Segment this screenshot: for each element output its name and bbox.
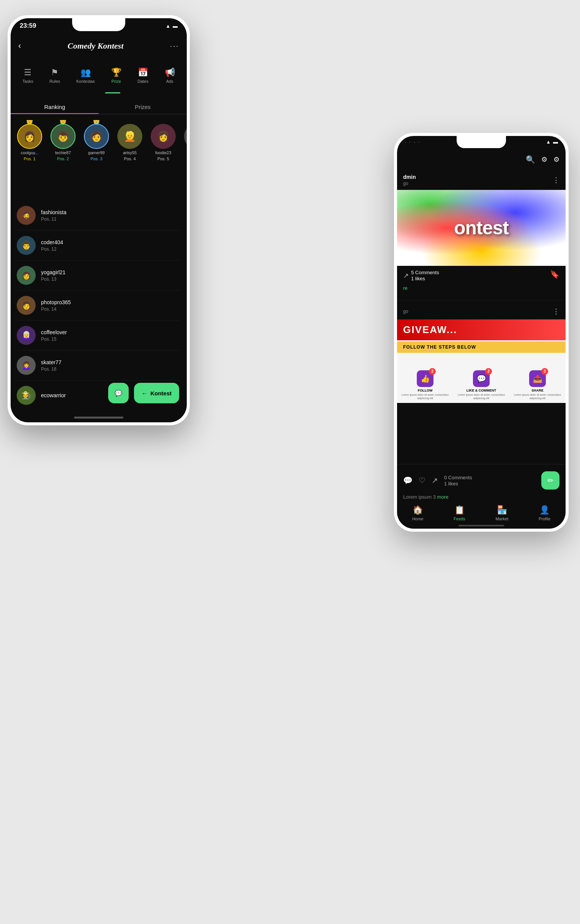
top5-item-4[interactable]: 👱 artsy55 Pos. 4	[115, 124, 145, 161]
avatar-pos-5: Pos. 5	[157, 157, 169, 161]
tasks-icon: ☰	[24, 68, 31, 78]
feeds-nav-label: Feeds	[453, 516, 465, 521]
comment-action-icon[interactable]: 💬	[403, 476, 413, 485]
avatar-name-3: gamer99	[88, 150, 104, 155]
share-stat[interactable]: ↗ 5 Comments 1 likes	[403, 270, 439, 281]
menu-button[interactable]: ···	[170, 42, 179, 50]
avatar-wrap-6: 🧓	[184, 124, 187, 149]
avatar-wrap-5: 👩	[151, 124, 176, 149]
kontestas-label: Kontestas	[76, 79, 95, 84]
nav-rules[interactable]: ⚑ Rules	[49, 68, 60, 84]
nav-market[interactable]: 🏪 Market	[495, 505, 508, 521]
post2-lorem: Lorem ipsum 3 more	[397, 493, 565, 503]
list-name: skater77	[41, 359, 61, 365]
top5-item-5[interactable]: 👩 foodie23 Pos. 5	[148, 124, 178, 161]
nav-tasks[interactable]: ☰ Tasks	[22, 68, 33, 84]
avatar-img-4: 👱	[117, 124, 142, 149]
list-info: yogagirl21 Pos. 13	[41, 269, 66, 282]
share-action-icon[interactable]: ↗	[432, 476, 438, 485]
nav-ind-tasks	[21, 92, 36, 93]
list-item[interactable]: 🧑 photopro365 Pos. 14	[17, 290, 181, 320]
avatar-wrap-1: 👑 👩	[17, 124, 42, 149]
filter-icon[interactable]: ⚙	[541, 155, 547, 164]
compose-button[interactable]: ✏	[541, 471, 560, 490]
dates-icon: 📅	[138, 68, 148, 78]
tab-underline	[11, 113, 99, 114]
avatar-pos-4: Pos. 4	[124, 157, 135, 161]
step1-label: FOLLOW	[418, 388, 433, 392]
post1-footer: ↗ 5 Comments 1 likes 🔖	[397, 266, 565, 285]
post1-banner-text: ontest	[454, 217, 509, 239]
kontest-button[interactable]: ← Kontest	[134, 383, 179, 403]
share-icon: ↗	[403, 272, 409, 280]
post1-stats: ↗ 5 Comments 1 likes	[403, 270, 439, 281]
home-nav-icon: 🏠	[413, 505, 423, 515]
list-item[interactable]: 👩‍🦳 coffeelover Pos. 15	[17, 320, 181, 351]
nav-dates[interactable]: 📅 Dates	[137, 68, 148, 84]
ranking-prizes-tabs: Ranking Prizes	[11, 100, 187, 114]
nav-ads[interactable]: 📢 Ads	[165, 68, 175, 84]
step3-icon-wrap: 📤 3	[529, 370, 546, 387]
nav-ind-kontestas	[77, 92, 92, 93]
list-item[interactable]: 🧔 fashionista Pos. 11	[17, 201, 181, 231]
list-item[interactable]: 👨 coder404 Pos. 12	[17, 231, 181, 261]
bottom-buttons: 💬 ← Kontest	[11, 383, 187, 403]
nav-profile[interactable]: 👤 Profile	[539, 505, 550, 521]
home-indicator	[74, 417, 124, 419]
phone1-time: 23:59	[20, 22, 36, 30]
settings-icon[interactable]: ⚙	[554, 155, 560, 164]
list-info: photopro365 Pos. 14	[41, 299, 71, 312]
nav-home[interactable]: 🏠 Home	[412, 505, 423, 521]
post1-author: dmin	[403, 174, 416, 180]
dates-label: Dates	[137, 79, 148, 84]
list-avatar: 🧔	[17, 206, 36, 225]
lorem-more-link[interactable]: more	[437, 494, 449, 500]
avatar-wrap-3: 👑 🧑	[84, 124, 109, 149]
list-info: coffeelover Pos. 15	[41, 329, 67, 342]
list-item[interactable]: 👩‍🦱 skater77 Pos. 16	[17, 351, 181, 381]
post2-actions: 💬 ♡ ↗ 0 Comments 1 likes ✏	[397, 468, 565, 493]
tasks-label: Tasks	[22, 79, 33, 84]
top5-item-2[interactable]: 👑 👦 techie87 Pos. 2	[48, 124, 78, 161]
step2-desc: Lorem ipsum dolor sit amet, consectetur …	[455, 393, 508, 400]
post2-likes: 1 likes	[444, 481, 472, 487]
avatar-name-1: coolguy...	[21, 150, 38, 155]
phone1-header: ‹ Comedy Kontest ···	[11, 37, 187, 54]
back-button[interactable]: ‹	[18, 41, 21, 51]
heart-action-icon[interactable]: ♡	[419, 476, 425, 485]
top5-item-3[interactable]: 👑 🧑 gamer99 Pos. 3	[81, 124, 112, 161]
more-link[interactable]: re	[403, 285, 408, 291]
likes-count: 1 likes	[411, 276, 439, 281]
nav-prize[interactable]: 🏆 Prize	[111, 68, 122, 84]
top5-item-1[interactable]: 👑 👩 coolguy... Pos. 1	[15, 124, 45, 161]
list-avatar: 🧑	[17, 296, 36, 315]
bookmark-icon[interactable]: 🔖	[550, 270, 560, 279]
giveaway-step-1: 👍 2 FOLLOW Lorem ipsum dolor sit amet, c…	[397, 367, 453, 403]
phone1-nav: ☰ Tasks ⚑ Rules 👥 Kontestas 🏆 Prize 📅 Da…	[11, 68, 187, 84]
post2-menu[interactable]: ⋮	[553, 307, 560, 315]
nav-kontestas[interactable]: 👥 Kontestas	[76, 68, 95, 84]
list-item[interactable]: 👩 yogagirl21 Pos. 13	[17, 261, 181, 290]
list-info: skater77 Pos. 16	[41, 359, 61, 372]
tab-ranking[interactable]: Ranking	[11, 100, 99, 114]
top5-item-6[interactable]: 🧓 trav Po...	[181, 124, 187, 161]
step3-badge: 3	[541, 368, 548, 375]
share-step-icon: 📤	[533, 374, 542, 383]
step3-label: SHARE	[531, 388, 544, 392]
compose-icon: ✏	[547, 476, 554, 485]
search-icon[interactable]: 🔍	[526, 155, 535, 164]
stat-text: 5 Comments 1 likes	[411, 270, 439, 281]
tab-prizes[interactable]: Prizes	[99, 100, 187, 114]
step2-badge: 2	[485, 368, 492, 375]
follow-icon: 👍	[420, 374, 430, 383]
step1-desc: Lorem ipsum dolor sit amet, consectetur …	[399, 393, 452, 400]
post1-menu[interactable]: ⋮	[553, 176, 560, 184]
post1-header: dmin go ⋮	[397, 170, 565, 190]
giveaway-steps: 👍 2 FOLLOW Lorem ipsum dolor sit amet, c…	[397, 367, 565, 403]
avatar-pos-1: Pos. 1	[23, 157, 35, 161]
post1-time: go	[403, 181, 416, 186]
ads-label: Ads	[166, 79, 173, 84]
chat-button[interactable]: 💬	[108, 383, 129, 403]
nav-feeds[interactable]: 📋 Feeds	[453, 505, 465, 521]
phone1-status-icons: ▲ ▬	[165, 23, 178, 29]
